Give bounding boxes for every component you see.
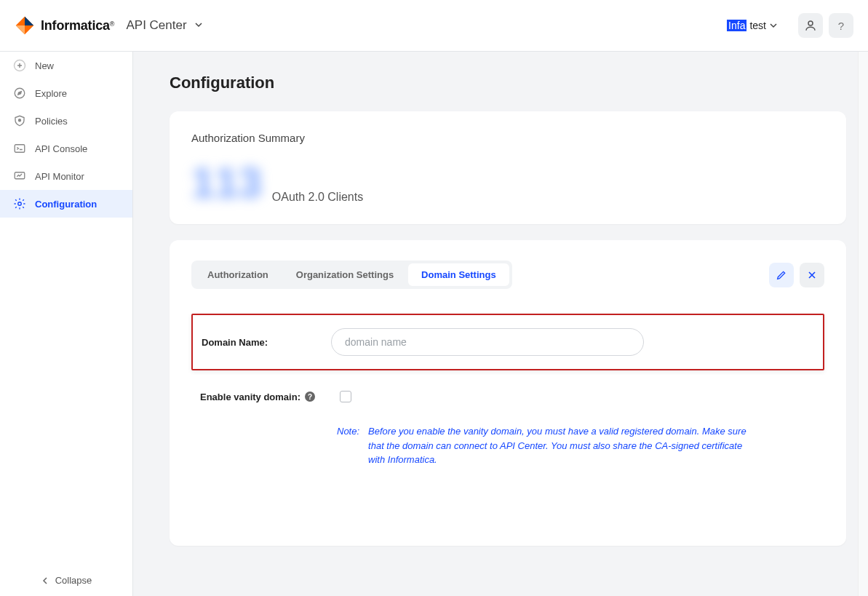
sidebar-item-label: Explore bbox=[35, 88, 67, 99]
tenant-highlight: Infa bbox=[727, 20, 746, 31]
tabs: Authorization Organization Settings Doma… bbox=[191, 261, 512, 289]
sidebar-item-label: New bbox=[35, 60, 54, 71]
summary-count: 113 bbox=[191, 162, 262, 204]
note-row: Note: Before you enable the vanity domai… bbox=[191, 424, 824, 467]
chevron-left-icon bbox=[41, 576, 49, 585]
user-icon bbox=[804, 19, 817, 32]
note-text: Before you enable the vanity domain, you… bbox=[368, 424, 746, 467]
sidebar-item-new[interactable]: New bbox=[0, 52, 132, 79]
sidebar-item-label: Policies bbox=[35, 116, 68, 127]
domain-name-label: Domain Name: bbox=[200, 337, 331, 348]
help-icon[interactable]: ? bbox=[305, 392, 315, 402]
page-title: Configuration bbox=[170, 73, 846, 92]
domain-name-input[interactable] bbox=[331, 328, 644, 356]
summary-card: Authorization Summary 113 OAuth 2.0 Clie… bbox=[170, 111, 846, 224]
sidebar-collapse[interactable]: Collapse bbox=[0, 565, 132, 596]
sidebar-item-label: Configuration bbox=[35, 199, 97, 210]
chevron-down-icon bbox=[194, 20, 203, 29]
sidebar-item-label: API Monitor bbox=[35, 171, 84, 182]
brand-name: Informatica® bbox=[41, 18, 114, 33]
settings-card: Authorization Organization Settings Doma… bbox=[170, 240, 846, 546]
help-icon: ? bbox=[838, 20, 844, 32]
vanity-row: Enable vanity domain: ? bbox=[191, 391, 824, 402]
main-content: Configuration Authorization Summary 113 … bbox=[133, 52, 868, 596]
close-icon bbox=[806, 269, 818, 281]
sidebar-item-policies[interactable]: Policies bbox=[0, 107, 132, 135]
scrollbar[interactable] bbox=[858, 52, 868, 596]
tab-organization-settings[interactable]: Organization Settings bbox=[283, 263, 407, 286]
shield-icon bbox=[13, 114, 26, 127]
compass-icon bbox=[13, 87, 26, 100]
svg-marker-6 bbox=[18, 92, 22, 95]
tenant-rest: test bbox=[749, 20, 766, 31]
brand-block: Informatica® API Center bbox=[15, 15, 203, 36]
tenant-switcher[interactable]: Infa test bbox=[727, 20, 778, 31]
user-button[interactable] bbox=[798, 13, 823, 38]
svg-point-7 bbox=[19, 119, 21, 122]
svg-point-10 bbox=[18, 202, 22, 206]
chevron-down-icon bbox=[769, 21, 778, 30]
monitor-icon bbox=[13, 170, 26, 183]
tab-authorization[interactable]: Authorization bbox=[194, 263, 282, 286]
plus-icon bbox=[13, 59, 26, 72]
app-header: Informatica® API Center Infa test ? bbox=[0, 0, 868, 52]
note-label: Note: bbox=[337, 424, 359, 467]
sidebar-item-label: API Console bbox=[35, 143, 87, 154]
svg-point-3 bbox=[808, 21, 813, 25]
gear-icon bbox=[13, 197, 26, 210]
svg-rect-8 bbox=[15, 145, 25, 153]
svg-marker-1 bbox=[25, 17, 33, 25]
help-button[interactable]: ? bbox=[829, 13, 853, 38]
sidebar-item-configuration[interactable]: Configuration bbox=[0, 190, 132, 218]
pencil-icon bbox=[776, 269, 787, 281]
sidebar-item-explore[interactable]: Explore bbox=[0, 79, 132, 107]
tab-domain-settings[interactable]: Domain Settings bbox=[408, 263, 509, 286]
summary-label: OAuth 2.0 Clients bbox=[272, 191, 363, 204]
console-icon bbox=[13, 142, 26, 155]
close-button[interactable] bbox=[800, 263, 824, 287]
vanity-checkbox[interactable] bbox=[340, 391, 351, 402]
sidebar: New Explore Policies API Console API Mon… bbox=[0, 52, 133, 596]
sidebar-item-api-monitor[interactable]: API Monitor bbox=[0, 162, 132, 190]
sidebar-item-api-console[interactable]: API Console bbox=[0, 135, 132, 162]
product-switcher[interactable]: API Center bbox=[126, 18, 203, 33]
informatica-logo-icon bbox=[15, 15, 35, 36]
edit-button[interactable] bbox=[769, 263, 794, 287]
summary-title: Authorization Summary bbox=[191, 132, 824, 144]
vanity-label: Enable vanity domain: ? bbox=[199, 392, 330, 402]
svg-marker-2 bbox=[16, 25, 25, 34]
domain-name-row: Domain Name: bbox=[191, 314, 824, 370]
